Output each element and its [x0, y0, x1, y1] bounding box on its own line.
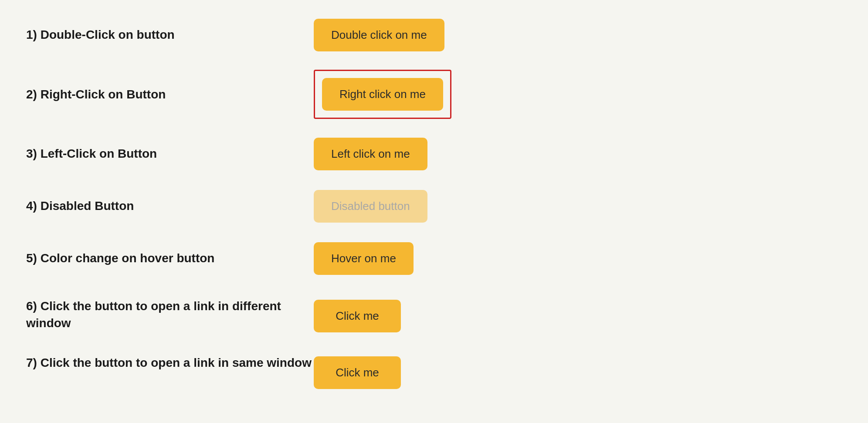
- row-2-button-area: Right click on me: [314, 70, 842, 119]
- right-click-button[interactable]: Right click on me: [322, 78, 443, 111]
- row-1-button-area: Double click on me: [314, 19, 842, 51]
- row-4-label: 4) Disabled Button: [26, 197, 314, 214]
- row-4-button-area: Disabled button: [314, 190, 842, 223]
- row-2-label: 2) Right-Click on Button: [26, 86, 314, 103]
- row-double-click: 1) Double-Click on button Double click o…: [26, 17, 842, 52]
- row-left-click: 3) Left-Click on Button Left click on me: [26, 136, 842, 171]
- row-disabled: 4) Disabled Button Disabled button: [26, 189, 842, 223]
- row-new-window: 6) Click the button to open a link in di…: [26, 293, 842, 332]
- row-7-label: 7) Click the button to open a link in sa…: [26, 354, 314, 371]
- right-click-highlight-border: Right click on me: [314, 70, 451, 119]
- row-5-button-area: Hover on me: [314, 242, 842, 275]
- open-same-window-button[interactable]: Click me: [314, 356, 401, 389]
- row-7-button-area: Click me: [314, 354, 842, 389]
- hover-button[interactable]: Hover on me: [314, 242, 414, 275]
- double-click-button[interactable]: Double click on me: [314, 19, 444, 51]
- row-6-label: 6) Click the button to open a link in di…: [26, 298, 314, 332]
- row-hover: 5) Color change on hover button Hover on…: [26, 241, 842, 276]
- open-new-window-button[interactable]: Click me: [314, 300, 401, 332]
- row-3-label: 3) Left-Click on Button: [26, 145, 314, 162]
- row-1-label: 1) Double-Click on button: [26, 26, 314, 43]
- row-6-button-area: Click me: [314, 298, 842, 332]
- row-3-button-area: Left click on me: [314, 138, 842, 170]
- left-click-button[interactable]: Left click on me: [314, 138, 427, 170]
- disabled-button: Disabled button: [314, 190, 427, 223]
- row-same-window: 7) Click the button to open a link in sa…: [26, 350, 842, 389]
- row-5-label: 5) Color change on hover button: [26, 250, 314, 267]
- row-right-click: 2) Right-Click on Button Right click on …: [26, 70, 842, 119]
